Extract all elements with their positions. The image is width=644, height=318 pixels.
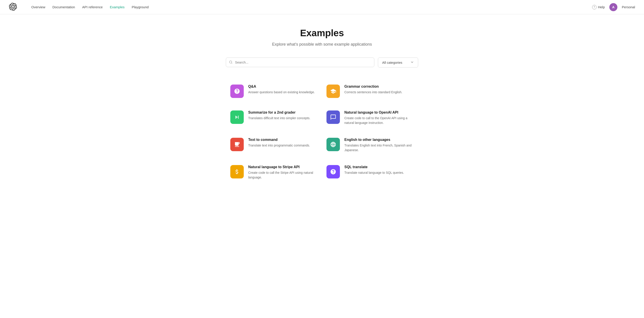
example-title-stripe: Natural language to Stripe API (248, 165, 318, 169)
example-item-grammar[interactable]: Grammar correction Corrects sentences in… (322, 78, 418, 104)
example-icon-translate (326, 138, 340, 151)
page-subtitle: Explore what's possible with some exampl… (226, 42, 418, 47)
nav-overview[interactable]: Overview (31, 5, 46, 9)
example-icon-grammar (326, 84, 340, 98)
example-item-translate[interactable]: English to other languages Translates En… (322, 132, 418, 159)
example-title-qa: Q&A (248, 84, 318, 88)
nav-playground[interactable]: Playground (132, 5, 149, 9)
example-icon-text-command (230, 138, 244, 151)
example-desc-nl-openai: Create code to call to the OpenAI API us… (344, 116, 414, 125)
example-item-qa[interactable]: Q&A Answer questions based on existing k… (226, 78, 322, 104)
example-desc-qa: Answer questions based on existing knowl… (248, 90, 318, 94)
example-title-text-command: Text to command (248, 138, 318, 142)
personal-label[interactable]: Personal (622, 5, 635, 9)
help-label: Help (598, 5, 605, 9)
example-desc-text-command: Translate text into programmatic command… (248, 143, 318, 148)
example-text-grammar: Grammar correction Corrects sentences in… (344, 84, 414, 94)
nav-examples[interactable]: Examples (110, 5, 124, 9)
example-desc-translate: Translates English text into French, Spa… (344, 143, 414, 152)
example-title-translate: English to other languages (344, 138, 414, 142)
nav-documentation[interactable]: Documentation (52, 5, 75, 9)
example-desc-stripe: Create code to call the Stripe API using… (248, 170, 318, 180)
example-item-stripe[interactable]: Natural language to Stripe API Create co… (226, 159, 322, 186)
example-title-summarize: Summarize for a 2nd grader (248, 110, 318, 114)
example-item-text-command[interactable]: Text to command Translate text into prog… (226, 132, 322, 159)
help-icon: ? (592, 5, 596, 10)
example-title-nl-openai: Natural language to OpenAI API (344, 110, 414, 114)
page-title: Examples (226, 28, 418, 38)
example-desc-sql: Translate natural language to SQL querie… (344, 170, 414, 175)
example-icon-stripe (230, 165, 244, 178)
search-input[interactable] (226, 58, 374, 67)
example-icon-sql (326, 165, 340, 178)
example-text-qa: Q&A Answer questions based on existing k… (248, 84, 318, 94)
category-selected-label: All categories (382, 60, 402, 64)
example-text-sql: SQL translate Translate natural language… (344, 165, 414, 175)
nav-right: ? Help A Personal (592, 3, 635, 11)
chevron-down-icon (410, 60, 414, 65)
example-text-summarize: Summarize for a 2nd grader Translates di… (248, 110, 318, 120)
example-text-stripe: Natural language to Stripe API Create co… (248, 165, 318, 180)
example-title-grammar: Grammar correction (344, 84, 414, 88)
example-text-translate: English to other languages Translates En… (344, 138, 414, 152)
main-content: Examples Explore what's possible with so… (222, 14, 422, 200)
example-item-nl-openai[interactable]: Natural language to OpenAI API Create co… (322, 104, 418, 132)
navbar: Overview Documentation API reference Exa… (0, 0, 644, 14)
search-wrapper (226, 58, 374, 68)
logo[interactable] (9, 3, 24, 12)
example-text-nl-openai: Natural language to OpenAI API Create co… (344, 110, 414, 125)
avatar[interactable]: A (609, 3, 618, 11)
examples-grid: Q&A Answer questions based on existing k… (226, 78, 418, 186)
example-text-text-command: Text to command Translate text into prog… (248, 138, 318, 148)
example-desc-grammar: Corrects sentences into standard English… (344, 90, 414, 94)
example-desc-summarize: Translates difficult text into simpler c… (248, 116, 318, 120)
example-item-sql[interactable]: SQL translate Translate natural language… (322, 159, 418, 186)
nav-api-reference[interactable]: API reference (82, 5, 103, 9)
search-filter-row: All categories (226, 58, 418, 68)
example-title-sql: SQL translate (344, 165, 414, 169)
example-item-summarize[interactable]: Summarize for a 2nd grader Translates di… (226, 104, 322, 132)
example-icon-nl-openai (326, 110, 340, 124)
help-button[interactable]: ? Help (592, 5, 605, 10)
nav-links: Overview Documentation API reference Exa… (31, 5, 592, 9)
example-icon-summarize (230, 110, 244, 124)
category-select[interactable]: All categories (378, 58, 418, 68)
example-icon-qa (230, 84, 244, 98)
